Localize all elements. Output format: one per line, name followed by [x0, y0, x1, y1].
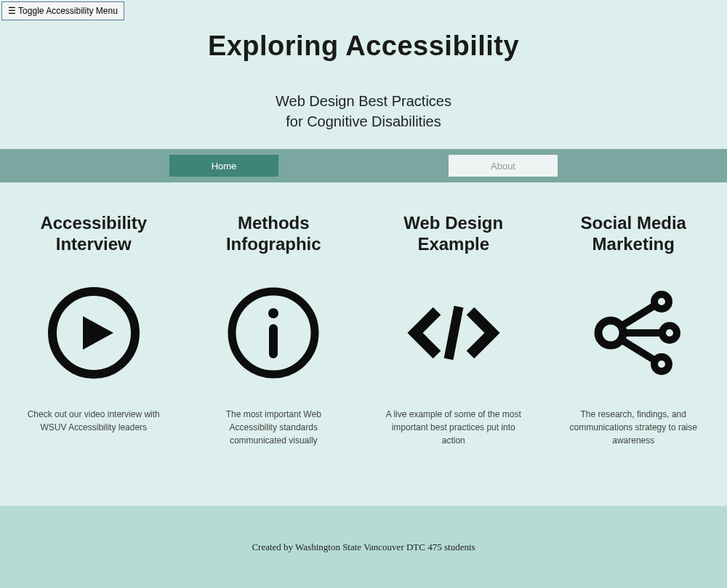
info-icon — [190, 271, 357, 395]
card-infographic[interactable]: Methods Infographic The most important W… — [190, 210, 357, 447]
card-socialmedia[interactable]: Social Media Marketing The research, fin… — [550, 210, 717, 447]
svg-line-12 — [621, 339, 655, 361]
card-desc: A live example of some of the most impor… — [370, 408, 537, 447]
nav-home-button[interactable]: Home — [169, 155, 278, 177]
svg-point-3 — [268, 308, 278, 318]
svg-point-6 — [598, 321, 623, 345]
svg-line-10 — [621, 305, 655, 326]
svg-point-7 — [654, 294, 669, 309]
card-interview[interactable]: Accessibility Interview Check out our vi… — [10, 210, 177, 447]
toggle-accessibility-button[interactable]: ☰ Toggle Accessibility Menu — [1, 1, 124, 20]
code-icon — [370, 271, 537, 395]
card-webdesign[interactable]: Web Design Example A live example of som… — [370, 210, 537, 447]
nav-about-button[interactable]: About — [449, 155, 558, 177]
card-desc: Check out our video interview with WSUV … — [10, 408, 177, 434]
card-desc: The research, findings, and communicatio… — [550, 408, 717, 447]
page-footer: Created by Washington State Vancouver DT… — [0, 506, 727, 588]
share-icon — [550, 271, 717, 395]
cards-container: Accessibility Interview Check out our vi… — [0, 182, 727, 447]
svg-rect-4 — [269, 324, 278, 358]
svg-point-9 — [654, 357, 669, 371]
card-title: Accessibility Interview — [10, 210, 177, 258]
card-title: Web Design Example — [370, 210, 537, 258]
svg-line-5 — [449, 307, 459, 359]
subtitle-line-2: for Cognitive Disabilities — [286, 113, 441, 129]
card-desc: The most important Web Accessibility sta… — [190, 408, 357, 447]
card-title: Methods Infographic — [190, 210, 357, 258]
svg-point-8 — [662, 326, 677, 340]
page-title: Exploring Accessibility — [0, 31, 727, 62]
subtitle-line-1: Web Design Best Practices — [276, 93, 451, 109]
play-icon — [10, 271, 177, 395]
footer-text: Created by Washington State Vancouver DT… — [252, 541, 475, 553]
page-subtitle: Web Design Best Practices for Cognitive … — [0, 91, 727, 132]
main-nav: Home About — [0, 149, 727, 182]
svg-marker-1 — [83, 316, 113, 350]
card-title: Social Media Marketing — [550, 210, 717, 258]
